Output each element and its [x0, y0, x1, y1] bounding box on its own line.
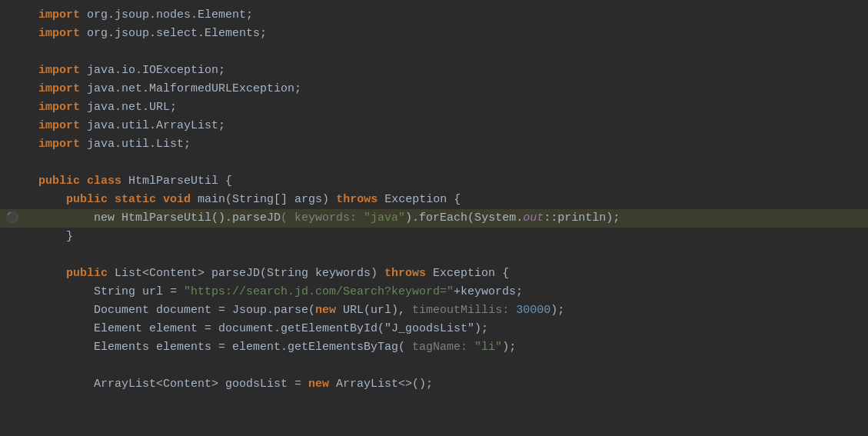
code-line: ⚫ new HtmlParseUtil().parseJD( keywords:…	[0, 209, 868, 228]
code-token: import	[38, 119, 80, 132]
code-token: org.jsoup.nodes.Element;	[80, 8, 253, 22]
code-token: URL(url),	[336, 304, 412, 317]
code-token: static	[115, 193, 156, 206]
code-line: }	[0, 228, 868, 246]
code-text: public static void main(String[] args) t…	[23, 191, 868, 208]
code-token: java.io.IOException;	[80, 64, 225, 77]
code-token: main(String[] args)	[191, 193, 336, 206]
code-text: Document document = Jsoup.parse(new URL(…	[23, 301, 868, 319]
code-text: String url = "https://search.jd.com/Sear…	[23, 283, 868, 301]
code-token: java.net.MalformedURLException;	[80, 82, 301, 95]
code-token: Exception {	[426, 267, 509, 280]
code-token: throws	[384, 267, 426, 280]
code-token: import	[38, 138, 80, 151]
code-text: import org.jsoup.nodes.Element;	[23, 6, 868, 24]
code-token: import	[38, 64, 80, 77]
code-token: java.util.List;	[80, 138, 191, 151]
code-token: throws	[336, 193, 377, 206]
code-text: public class HtmlParseUtil {	[23, 172, 868, 190]
code-token: public	[66, 193, 108, 206]
code-line	[0, 357, 868, 375]
code-line: import org.jsoup.select.Elements;	[0, 25, 868, 43]
code-token: new	[315, 304, 336, 317]
code-token: java.util.ArrayList;	[80, 119, 225, 132]
code-token: new HtmlParseUtil().parseJD	[38, 211, 281, 225]
code-editor: import org.jsoup.nodes.Element;import or…	[0, 0, 868, 436]
code-token: import	[38, 27, 80, 40]
code-token: 30000	[516, 304, 550, 317]
code-token: org.jsoup.select.Elements;	[80, 27, 267, 40]
code-token: "https://search.jd.com/Search?keyword="	[184, 285, 454, 298]
code-text: import java.util.List;	[23, 135, 868, 153]
code-token: Document document = Jsoup.parse(	[38, 304, 315, 317]
code-line	[0, 154, 868, 172]
code-text: new HtmlParseUtil().parseJD( keywords: "…	[23, 209, 868, 227]
code-text: Elements elements = element.getElementsB…	[23, 338, 868, 356]
code-line: import java.util.ArrayList;	[0, 117, 868, 135]
code-line: public static void main(String[] args) t…	[0, 191, 868, 209]
code-token: Element element = document.getElementByI…	[38, 322, 488, 335]
code-line: import java.util.List;	[0, 135, 868, 154]
code-text: import org.jsoup.select.Elements;	[23, 25, 868, 42]
code-line: ArrayList<Content> goodsList = new Array…	[0, 375, 868, 394]
line-gutter: ⚫	[0, 210, 23, 227]
code-line: public class HtmlParseUtil {	[0, 172, 868, 191]
code-token: class	[87, 175, 121, 188]
code-token: public	[66, 267, 108, 280]
code-line: import java.net.URL;	[0, 98, 868, 117]
code-token: ).forEach(System.	[405, 211, 523, 225]
code-token: java.net.URL;	[80, 101, 177, 114]
code-token	[156, 193, 163, 206]
code-token: public	[38, 175, 80, 188]
code-token: import	[38, 82, 80, 95]
code-text: import java.io.IOException;	[23, 62, 868, 79]
code-token: }	[38, 230, 73, 243]
code-token: ArrayList<>();	[329, 378, 433, 391]
code-token: tagName:	[412, 341, 474, 354]
code-line: Document document = Jsoup.parse(new URL(…	[0, 301, 868, 320]
code-token: String url =	[38, 285, 184, 298]
code-line	[0, 43, 868, 62]
code-text: import java.net.MalformedURLException;	[23, 80, 868, 98]
code-line: String url = "https://search.jd.com/Sear…	[0, 283, 868, 301]
code-token: ( keywords:	[281, 211, 364, 225]
code-line: Elements elements = element.getElementsB…	[0, 338, 868, 357]
code-token: );	[502, 341, 516, 354]
code-token: ::println);	[544, 211, 620, 225]
code-line: import java.io.IOException;	[0, 62, 868, 80]
code-line: public List<Content> parseJD(String keyw…	[0, 265, 868, 283]
code-token: void	[163, 193, 191, 206]
code-token: "java"	[364, 211, 405, 225]
code-token: List<Content> parseJD(String keywords)	[108, 267, 384, 280]
code-token: Exception {	[377, 193, 461, 206]
code-line: import org.jsoup.nodes.Element;	[0, 6, 868, 25]
code-token: +keywords;	[454, 285, 523, 298]
code-token: ArrayList<Content> goodsList =	[38, 378, 308, 391]
code-token: Elements elements = element.getElementsB…	[38, 341, 412, 354]
code-token: timeoutMillis:	[412, 304, 516, 317]
code-text: }	[23, 228, 868, 245]
code-token: HtmlParseUtil {	[121, 175, 232, 188]
code-token: import	[38, 101, 80, 114]
code-token	[80, 175, 87, 188]
code-text: public List<Content> parseJD(String keyw…	[23, 265, 868, 282]
code-token	[38, 267, 66, 280]
code-token: "li"	[474, 341, 502, 354]
code-token: import	[38, 8, 80, 22]
code-text: ArrayList<Content> goodsList = new Array…	[23, 375, 868, 393]
code-token	[108, 193, 115, 206]
code-line: Element element = document.getElementByI…	[0, 320, 868, 338]
code-text: import java.util.ArrayList;	[23, 117, 868, 135]
code-line	[0, 246, 868, 265]
code-token	[38, 193, 66, 206]
code-token: out	[523, 211, 544, 225]
code-text: Element element = document.getElementByI…	[23, 320, 868, 338]
code-token: );	[550, 304, 564, 317]
code-text: import java.net.URL;	[23, 98, 868, 116]
code-line: import java.net.MalformedURLException;	[0, 80, 868, 98]
code-token: new	[308, 378, 329, 391]
